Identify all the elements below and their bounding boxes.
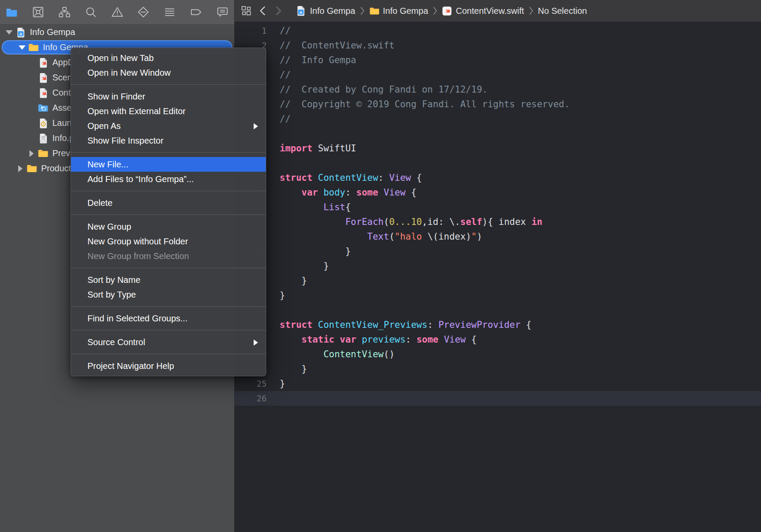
menu-item-source-control[interactable]: Source Control xyxy=(71,335,266,349)
breadcrumb-item[interactable]: AInfo Gempa xyxy=(296,6,355,16)
code-line[interactable]: 17 } xyxy=(235,259,761,273)
menu-item-sort-by-name[interactable]: Sort by Name xyxy=(71,272,266,287)
svg-text:PLIST: PLIST xyxy=(41,140,45,142)
disclosure-triangle-icon[interactable] xyxy=(4,30,14,35)
menu-item-add-files-to-info-gempa[interactable]: Add Files to “Info Gempa”... xyxy=(71,172,266,186)
code-line[interactable]: 23 ContentView() xyxy=(235,347,761,362)
breadcrumb-separator-icon xyxy=(360,6,365,16)
menu-item-project-navigator-help[interactable]: Project Navigator Help xyxy=(71,359,266,373)
code-line[interactable]: 16 } xyxy=(235,244,761,259)
code-line[interactable]: 14 ForEach(0...10,id: \.self){ index in xyxy=(235,215,761,229)
breadcrumb-label: Info Gempa xyxy=(383,6,429,16)
breadcrumb-item[interactable]: No Selection xyxy=(538,6,587,16)
code-text: // ContentView.swift xyxy=(280,38,395,53)
symbol-navigator-icon[interactable] xyxy=(57,5,72,19)
folder-icon xyxy=(37,148,49,159)
editor-pane: AInfo GempaInfo GempaContentView.swiftNo… xyxy=(235,0,761,532)
source-control-navigator-icon[interactable] xyxy=(31,5,45,19)
menu-item-show-in-finder[interactable]: Show in Finder xyxy=(71,89,266,104)
code-line[interactable]: 4// xyxy=(235,67,761,82)
swift-badge-icon xyxy=(442,6,452,16)
menu-item-show-file-inspector[interactable]: Show File Inspector xyxy=(71,133,266,148)
code-line[interactable]: 21struct ContentView_Previews: PreviewPr… xyxy=(235,317,761,332)
svg-text:A: A xyxy=(19,31,22,36)
forward-button[interactable] xyxy=(274,5,283,16)
code-line[interactable]: 25} xyxy=(235,376,761,391)
issue-navigator-icon[interactable] xyxy=(110,5,125,19)
navigator-toolbar xyxy=(0,0,234,25)
code-line[interactable]: 20 xyxy=(235,303,761,317)
report-navigator-icon[interactable] xyxy=(215,5,230,19)
code-line[interactable]: 24 } xyxy=(235,362,761,376)
related-items-icon[interactable] xyxy=(241,5,252,16)
breakpoint-navigator-icon[interactable] xyxy=(189,5,203,19)
code-area[interactable]: 1//2// ContentView.swift3// Info Gempa4/… xyxy=(235,22,761,532)
menu-item-open-as[interactable]: Open As xyxy=(71,119,266,133)
breadcrumb-label: ContentView.swift xyxy=(456,6,524,16)
project-navigator-icon[interactable] xyxy=(4,5,19,19)
code-line[interactable]: 2// ContentView.swift xyxy=(235,38,761,53)
menu-item-open-with-external-editor[interactable]: Open with External Editor xyxy=(71,104,266,119)
breadcrumb-label: Info Gempa xyxy=(310,6,355,16)
code-text: struct ContentView: View { xyxy=(280,170,422,185)
line-number: 26 xyxy=(235,391,267,406)
submenu-arrow-icon xyxy=(254,123,258,129)
menu-item-new-group-from-selection: New Group from Selection xyxy=(71,249,266,263)
xcode-project-icon: A xyxy=(15,27,26,38)
find-navigator-icon[interactable] xyxy=(84,5,98,19)
code-text: } xyxy=(280,259,329,273)
menu-item-new-file[interactable]: New File... xyxy=(71,157,266,172)
code-line[interactable]: 19} xyxy=(235,288,761,303)
swift-file-icon xyxy=(37,88,49,98)
code-line[interactable]: 1// xyxy=(235,23,761,38)
line-number: 1 xyxy=(235,23,267,38)
code-line[interactable]: 10 xyxy=(235,156,761,170)
code-text: List{ xyxy=(280,200,351,215)
code-text: struct ContentView_Previews: PreviewProv… xyxy=(280,317,532,332)
code-text: // Created by Cong Fandi on 17/12/19. xyxy=(280,82,487,97)
code-text: } xyxy=(280,288,285,303)
menu-separator xyxy=(71,191,266,191)
code-line[interactable]: 7// xyxy=(235,112,761,126)
menu-item-new-group[interactable]: New Group xyxy=(71,219,266,234)
assets-icon xyxy=(37,103,49,113)
menu-item-new-group-without-folder[interactable]: New Group without Folder xyxy=(71,234,266,249)
menu-item-find-in-selected-groups[interactable]: Find in Selected Groups... xyxy=(71,311,266,326)
disclosure-triangle-icon[interactable] xyxy=(16,165,25,172)
code-line[interactable]: 9import SwiftUI xyxy=(235,141,761,156)
code-text: import SwiftUI xyxy=(280,141,356,156)
disclosure-triangle-icon[interactable] xyxy=(17,45,27,50)
code-line[interactable]: 22 static var previews: some View { xyxy=(235,332,761,347)
debug-navigator-icon[interactable] xyxy=(162,5,177,19)
code-text: ForEach(0...10,id: \.self){ index in xyxy=(280,215,542,229)
menu-item-delete[interactable]: Delete xyxy=(71,195,266,210)
code-line[interactable]: 26 xyxy=(235,391,761,406)
breadcrumb-item[interactable]: Info Gempa xyxy=(369,6,429,16)
code-line[interactable]: 15 Text("halo \(index)") xyxy=(235,229,761,244)
code-line[interactable]: 12 var body: some View { xyxy=(235,185,761,200)
breadcrumb-item[interactable]: ContentView.swift xyxy=(442,6,524,16)
code-line[interactable]: 18 } xyxy=(235,273,761,288)
back-button[interactable] xyxy=(258,5,268,16)
code-text: } xyxy=(280,376,285,391)
menu-item-sort-by-type[interactable]: Sort by Type xyxy=(71,287,266,302)
menu-item-open-in-new-window[interactable]: Open in New Window xyxy=(71,65,266,80)
code-line[interactable]: 13 List{ xyxy=(235,200,761,215)
code-line[interactable]: 8 xyxy=(235,126,761,141)
tree-item-info-gempa[interactable]: AInfo Gempa xyxy=(0,25,234,40)
code-text: } xyxy=(280,362,307,376)
swift-file-icon xyxy=(37,73,49,83)
menu-separator xyxy=(71,268,266,268)
menu-separator xyxy=(71,354,266,354)
menu-item-open-in-new-tab[interactable]: Open in New Tab xyxy=(71,51,266,65)
code-text: Text("halo \(index)") xyxy=(280,229,482,244)
xcode-window: AInfo GempaInfo GempaAppDScenContAsseLau… xyxy=(0,0,761,532)
code-line[interactable]: 6// Copyright © 2019 Cong Fandi. All rig… xyxy=(235,97,761,112)
code-line[interactable]: 3// Info Gempa xyxy=(235,53,761,67)
breadcrumb-separator-icon xyxy=(432,6,438,16)
test-navigator-icon[interactable] xyxy=(136,5,151,19)
code-line[interactable]: 5// Created by Cong Fandi on 17/12/19. xyxy=(235,82,761,97)
jump-bar: AInfo GempaInfo GempaContentView.swiftNo… xyxy=(235,0,761,22)
code-line[interactable]: 11struct ContentView: View { xyxy=(235,170,761,185)
disclosure-triangle-icon[interactable] xyxy=(27,150,36,157)
